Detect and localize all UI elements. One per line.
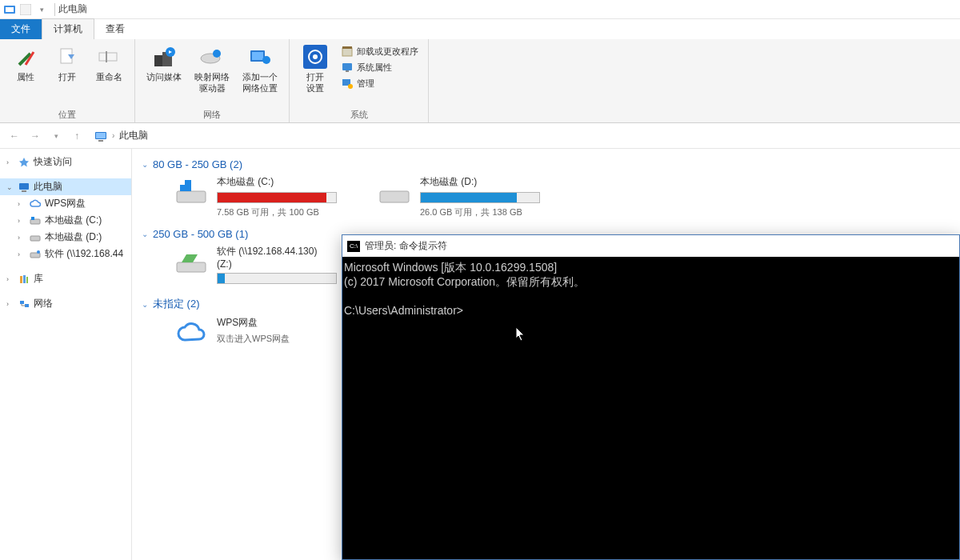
svg-rect-41 bbox=[380, 191, 409, 202]
collapse-icon[interactable]: ⌄ bbox=[6, 183, 14, 191]
drive-icon bbox=[29, 214, 42, 227]
settings-icon bbox=[302, 44, 328, 70]
svg-rect-20 bbox=[346, 70, 349, 72]
manage-button[interactable]: 管理 bbox=[338, 76, 422, 90]
svg-rect-17 bbox=[342, 48, 352, 56]
nav-back-button[interactable]: ← bbox=[6, 128, 22, 144]
expand-icon[interactable]: › bbox=[6, 158, 14, 166]
network-drive-icon bbox=[174, 245, 209, 277]
expand-icon[interactable]: › bbox=[18, 234, 26, 242]
svg-rect-18 bbox=[342, 46, 352, 49]
tree-libraries[interactable]: › 库 bbox=[0, 270, 131, 287]
expand-icon[interactable]: › bbox=[18, 250, 26, 258]
tab-computer[interactable]: 计算机 bbox=[42, 18, 94, 39]
svg-rect-40 bbox=[180, 180, 185, 185]
svg-rect-24 bbox=[96, 133, 106, 138]
expand-icon[interactable]: › bbox=[6, 275, 14, 283]
cloud-icon bbox=[174, 316, 209, 348]
address-bar-row: ← → ▾ ↑ › 此电脑 bbox=[0, 123, 960, 149]
chevron-down-icon: ⌄ bbox=[142, 300, 148, 309]
nav-tree: › 快速访问 ⌄ 此电脑 › WPS网盘 › 本地磁盘 (C:) › 本地磁盘 … bbox=[0, 149, 132, 560]
expand-icon[interactable]: › bbox=[18, 217, 26, 225]
pc-icon bbox=[18, 181, 30, 194]
map-drive-button[interactable]: 映射网络 驱动器 bbox=[190, 42, 234, 95]
cmd-icon: C:\ bbox=[347, 241, 360, 252]
svg-rect-27 bbox=[22, 190, 26, 192]
nav-forward-button[interactable]: → bbox=[27, 128, 43, 144]
tab-view[interactable]: 查看 bbox=[94, 19, 136, 39]
tree-network[interactable]: › 网络 bbox=[0, 295, 131, 312]
svg-rect-34 bbox=[23, 275, 26, 283]
drive-c[interactable]: 本地磁盘 (C:) 7.58 GB 可用，共 100 GB bbox=[174, 175, 345, 218]
add-netloc-icon bbox=[247, 44, 273, 70]
drive-wps[interactable]: WPS网盘 双击进入WPS网盘 bbox=[174, 316, 345, 348]
drive-icon bbox=[377, 175, 412, 207]
breadcrumb-root[interactable]: 此电脑 bbox=[119, 129, 148, 142]
expand-icon[interactable]: › bbox=[6, 300, 14, 308]
group-header-1[interactable]: ⌄ 80 GB - 250 GB (2) bbox=[142, 158, 950, 170]
svg-rect-19 bbox=[342, 63, 352, 70]
open-button[interactable]: 打开 bbox=[48, 42, 86, 84]
svg-rect-36 bbox=[20, 301, 24, 304]
tree-drive-z[interactable]: › 软件 (\\192.168.44 bbox=[0, 246, 131, 262]
svg-point-16 bbox=[313, 54, 318, 59]
media-icon bbox=[151, 44, 177, 70]
drive-z[interactable]: 软件 (\\192.168.44.130) (Z:) bbox=[174, 245, 345, 287]
cmd-window[interactable]: C:\ 管理员: 命令提示符 Microsoft Windows [版本 10.… bbox=[342, 234, 960, 560]
titlebar-separator bbox=[54, 3, 55, 16]
breadcrumb[interactable]: › 此电脑 bbox=[90, 127, 153, 144]
drive-icon bbox=[174, 175, 209, 207]
usage-bar-z bbox=[217, 273, 337, 284]
cmd-titlebar[interactable]: C:\ 管理员: 命令提示符 bbox=[342, 235, 959, 257]
rename-icon bbox=[96, 44, 122, 70]
cmd-title-text: 管理员: 命令提示符 bbox=[365, 239, 447, 253]
svg-rect-35 bbox=[26, 277, 28, 283]
drive-d[interactable]: 本地磁盘 (D:) 26.0 GB 可用，共 138 GB bbox=[377, 175, 548, 218]
access-media-button[interactable]: 访问媒体 bbox=[142, 42, 186, 84]
cmd-output[interactable]: Microsoft Windows [版本 10.0.16299.1508] (… bbox=[342, 257, 959, 321]
svg-point-13 bbox=[262, 56, 270, 64]
manage-icon bbox=[341, 77, 354, 90]
tree-drive-c[interactable]: › 本地磁盘 (C:) bbox=[0, 212, 131, 229]
tree-wps[interactable]: › WPS网盘 bbox=[0, 195, 131, 212]
svg-point-32 bbox=[37, 250, 40, 254]
svg-rect-33 bbox=[20, 276, 22, 283]
tree-quick-access[interactable]: › 快速访问 bbox=[0, 154, 131, 170]
svg-rect-26 bbox=[19, 183, 29, 190]
ribbon-group-system: 打开 设置 卸载或更改程序 系统属性 管理 系统 bbox=[290, 39, 429, 122]
ribbon-group-network: 访问媒体 映射网络 驱动器 添加一个 网络位置 网络 bbox=[135, 39, 290, 122]
group-label-system: 系统 bbox=[296, 107, 422, 121]
tree-drive-d[interactable]: › 本地磁盘 (D:) bbox=[0, 229, 131, 246]
svg-rect-12 bbox=[252, 52, 263, 60]
open-settings-button[interactable]: 打开 设置 bbox=[296, 42, 334, 95]
uninstall-icon bbox=[341, 45, 354, 58]
library-icon bbox=[18, 273, 30, 286]
ribbon-group-location: 属性 打开 重命名 位置 bbox=[0, 39, 135, 122]
expand-icon[interactable]: › bbox=[18, 200, 26, 208]
drive-icon bbox=[29, 231, 42, 244]
properties-icon bbox=[13, 44, 38, 70]
network-icon bbox=[18, 298, 30, 310]
svg-rect-42 bbox=[177, 262, 206, 272]
uninstall-button[interactable]: 卸载或更改程序 bbox=[338, 44, 422, 58]
tree-this-pc[interactable]: ⌄ 此电脑 bbox=[0, 178, 131, 195]
chevron-down-icon: ⌄ bbox=[142, 230, 148, 238]
svg-point-22 bbox=[348, 84, 353, 89]
nav-recent-button[interactable]: ▾ bbox=[48, 128, 64, 144]
cloud-icon bbox=[29, 198, 42, 210]
tab-file[interactable]: 文件 bbox=[0, 19, 42, 39]
qat-save-icon[interactable] bbox=[19, 3, 32, 16]
nav-up-button[interactable]: ↑ bbox=[69, 128, 85, 144]
qat-dropdown-icon[interactable]: ▾ bbox=[35, 3, 48, 16]
system-props-button[interactable]: 系统属性 bbox=[338, 60, 422, 74]
chevron-right-icon: › bbox=[112, 131, 114, 140]
add-network-loc-button[interactable]: 添加一个 网络位置 bbox=[238, 42, 282, 95]
usage-bar-c bbox=[217, 192, 337, 203]
svg-rect-25 bbox=[98, 140, 103, 142]
rename-button[interactable]: 重命名 bbox=[90, 42, 128, 84]
group-label-network: 网络 bbox=[142, 107, 282, 121]
properties-button[interactable]: 属性 bbox=[6, 42, 45, 84]
chevron-down-icon: ⌄ bbox=[142, 160, 148, 169]
svg-rect-2 bbox=[20, 4, 31, 15]
svg-point-10 bbox=[213, 50, 221, 58]
